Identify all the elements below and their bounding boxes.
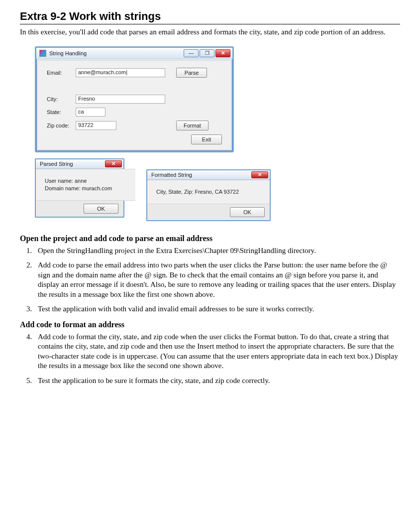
dialog-content: User name: anne Domain name: murach.com <box>36 169 135 201</box>
page-title: Extra 9-2 Work with strings <box>20 10 400 24</box>
window-titlebar[interactable]: String Handling — ❐ ✕ <box>36 48 232 59</box>
step-4: Add code to format the city, state, and … <box>34 332 400 371</box>
dialog-content: City, State, Zip: Fresno, CA 93722 <box>147 180 270 204</box>
section-heading-1: Open the project and add code to parse a… <box>20 234 400 243</box>
close-button[interactable]: ✕ <box>215 49 230 57</box>
step-3: Test the application with both valid and… <box>34 304 400 314</box>
step-1: Open the StringHandling project in the E… <box>34 246 400 256</box>
zip-input[interactable]: 93722 <box>76 121 116 130</box>
section-heading-2: Add code to format an address <box>20 320 400 329</box>
formatted-line-1: City, State, Zip: Fresno, CA 93722 <box>156 188 261 196</box>
maximize-button[interactable]: ❐ <box>200 49 214 57</box>
state-input[interactable]: ca <box>76 108 105 117</box>
parsed-line-2: Domain name: murach.com <box>45 185 126 192</box>
zip-label: Zip code: <box>47 123 76 128</box>
step-2: Add code to parse the email address into… <box>34 260 400 299</box>
close-button[interactable]: ✕ <box>251 171 268 178</box>
parsed-line-1: User name: anne <box>45 177 126 185</box>
string-handling-window: String Handling — ❐ ✕ Email: anne@murach… <box>35 46 234 152</box>
parse-button[interactable]: Parse <box>176 68 207 78</box>
app-icon <box>39 50 46 57</box>
window-title: String Handling <box>49 50 184 56</box>
minimize-button[interactable]: — <box>184 49 199 57</box>
format-button[interactable]: Format <box>176 121 209 130</box>
state-label: State: <box>47 109 76 115</box>
dialog-title: Parsed String <box>40 161 105 167</box>
window-controls: — ❐ ✕ <box>184 49 230 57</box>
intro-text: In this exercise, you'll add code that p… <box>20 27 400 37</box>
window-client-area: Email: anne@murach.com| Parse City: Fres… <box>37 60 231 150</box>
city-label: City: <box>47 96 76 102</box>
dialog-titlebar[interactable]: Parsed String ✕ <box>36 159 123 169</box>
email-input[interactable]: anne@murach.com| <box>76 68 165 77</box>
step-5: Test the application to be sure it forma… <box>34 376 400 386</box>
formatted-string-dialog: Formatted String ✕ City, State, Zip: Fre… <box>146 169 271 221</box>
parsed-string-dialog: Parsed String ✕ User name: anne Domain n… <box>35 158 124 218</box>
close-button[interactable]: ✕ <box>105 160 122 167</box>
ok-button[interactable]: OK <box>230 207 265 217</box>
dialog-title: Formatted String <box>151 172 251 178</box>
dialog-titlebar[interactable]: Formatted String ✕ <box>147 170 270 180</box>
city-input[interactable]: Fresno <box>76 95 165 104</box>
ok-button[interactable]: OK <box>84 204 118 214</box>
email-label: Email: <box>47 70 76 76</box>
exit-button[interactable]: Exit <box>191 134 222 144</box>
